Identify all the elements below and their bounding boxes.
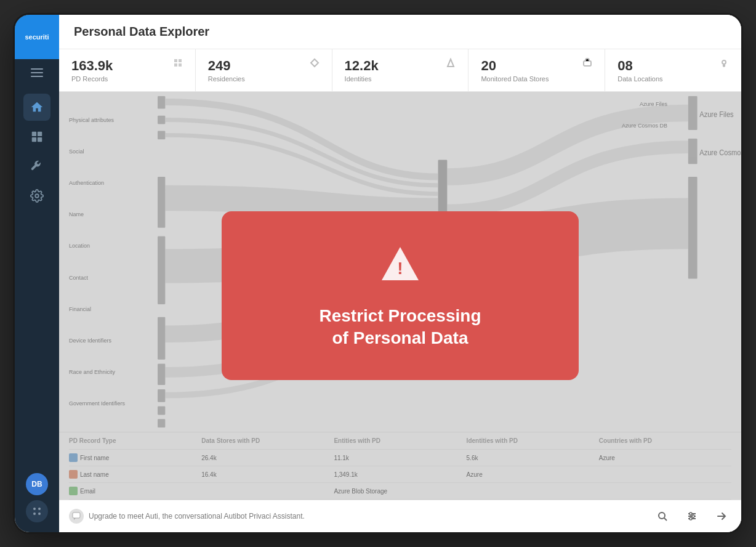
gear-icon	[30, 189, 44, 203]
svg-point-4	[35, 194, 39, 198]
logo-text: securiti	[25, 33, 49, 41]
page-title: Personal Data Explorer	[74, 25, 726, 39]
svg-rect-9	[174, 59, 177, 62]
svg-point-16	[722, 60, 726, 64]
svg-point-6	[38, 508, 41, 510]
svg-point-5	[33, 508, 36, 510]
data-locations-icon	[719, 58, 729, 71]
data-locations-number: 08	[617, 58, 662, 74]
pd-records-label: PD Records	[71, 75, 113, 83]
pd-records-number: 163.9k	[71, 58, 113, 74]
filter-button[interactable]	[682, 506, 702, 526]
stat-pd-records: 163.9k PD Records	[59, 49, 196, 91]
identities-label: Identities	[345, 75, 379, 83]
residencies-icon	[310, 58, 320, 71]
sidebar-bottom: DB	[26, 473, 48, 532]
chat-bubble-icon	[69, 509, 84, 524]
residencies-label: Residencies	[208, 75, 245, 83]
data-locations-label: Data Locations	[617, 75, 662, 83]
sliders-icon	[686, 511, 698, 522]
sidebar-nav	[23, 86, 50, 473]
sidebar-item-settings[interactable]	[23, 182, 50, 209]
hamburger-button[interactable]	[15, 59, 59, 86]
svg-line-38	[664, 518, 667, 521]
svg-point-42	[690, 513, 692, 515]
svg-text:!: !	[397, 259, 403, 278]
wrench-icon	[30, 160, 44, 173]
bottom-actions	[653, 506, 731, 526]
svg-marker-14	[448, 59, 454, 67]
stat-identities: 12.2k Identities	[332, 49, 469, 91]
dots-grid-icon	[31, 506, 42, 517]
svg-rect-15	[584, 61, 591, 66]
home-icon	[30, 100, 44, 114]
sidebar-item-tools[interactable]	[23, 153, 50, 180]
modal-overlay: ! Restrict Processingof Personal Data	[59, 92, 741, 500]
logo[interactable]: securiti	[15, 15, 59, 59]
bubble-icon	[72, 512, 81, 521]
data-stores-label: Monitored Data Stores	[481, 75, 549, 83]
arrow-right-icon	[716, 511, 727, 522]
svg-point-43	[692, 515, 694, 517]
svg-rect-2	[32, 137, 36, 142]
search-icon	[657, 511, 668, 522]
warning-icon: !	[379, 242, 422, 285]
identities-icon	[446, 58, 456, 71]
main-content: Personal Data Explorer 163.9k PD Records…	[59, 15, 741, 532]
svg-rect-1	[38, 132, 42, 136]
top-bar: Personal Data Explorer	[59, 15, 741, 49]
svg-point-7	[33, 513, 36, 515]
svg-rect-3	[38, 137, 42, 142]
navigate-button[interactable]	[712, 506, 731, 526]
svg-rect-10	[179, 59, 182, 62]
user-avatar[interactable]: DB	[26, 473, 48, 495]
svg-point-44	[690, 517, 692, 520]
bottom-bar: Upgrade to meet Auti, the conversational…	[59, 500, 741, 532]
hamburger-icon	[31, 68, 43, 77]
data-stores-number: 20	[481, 58, 549, 74]
content-area: Physical attributes Social Authenticatio…	[59, 92, 741, 500]
more-options-button[interactable]	[26, 500, 48, 522]
stat-data-locations: 08 Data Locations	[605, 49, 741, 91]
chat-text: Upgrade to meet Auti, the conversational…	[89, 512, 305, 521]
svg-rect-0	[32, 132, 36, 136]
residencies-number: 249	[208, 58, 245, 74]
restrict-processing-modal: ! Restrict Processingof Personal Data	[222, 211, 579, 381]
svg-point-37	[659, 513, 665, 519]
sidebar-item-home[interactable]	[23, 94, 50, 121]
dashboard-icon	[30, 130, 44, 144]
stat-data-stores: 20 Monitored Data Stores	[468, 49, 605, 91]
pd-records-icon	[173, 58, 183, 71]
svg-rect-11	[174, 63, 177, 67]
data-stores-icon	[582, 58, 592, 71]
stats-bar: 163.9k PD Records 249 Residencies	[59, 49, 741, 92]
svg-marker-13	[311, 59, 318, 67]
svg-point-8	[38, 513, 41, 515]
stat-residencies: 249 Residencies	[196, 49, 332, 91]
identities-number: 12.2k	[345, 58, 379, 74]
svg-rect-36	[73, 513, 80, 518]
sidebar-item-dashboard[interactable]	[23, 123, 50, 150]
modal-title: Restrict Processingof Personal Data	[259, 305, 542, 350]
search-button[interactable]	[653, 506, 672, 526]
chat-section: Upgrade to meet Auti, the conversational…	[69, 509, 305, 524]
svg-rect-12	[179, 63, 182, 67]
sidebar: securiti	[15, 15, 59, 532]
